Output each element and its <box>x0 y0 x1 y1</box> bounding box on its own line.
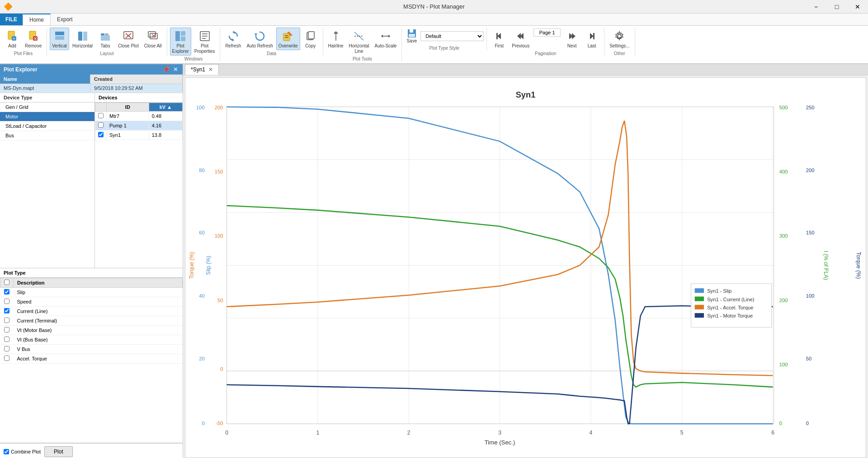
device-check-pump1[interactable] <box>95 121 107 131</box>
remove-button[interactable]: ✕ Remove <box>23 28 44 50</box>
svg-rect-7 <box>55 36 64 40</box>
copy-icon <box>303 29 318 43</box>
file-created-cell: 9/5/2018 10:29:52 AM <box>90 84 183 92</box>
svg-point-52 <box>618 34 621 38</box>
tab-file[interactable]: FILE <box>0 14 23 25</box>
plot-type-vt-bus[interactable]: Vt (Bus Base) <box>0 335 183 344</box>
plot-files-label: Plot Files <box>14 51 33 56</box>
tabs-button[interactable]: Tabs <box>96 28 115 50</box>
device-row-syn1[interactable]: Syn1 13.8 <box>95 131 183 140</box>
auto-refresh-label: Auto Refresh <box>246 43 273 49</box>
device-row-mtr7[interactable]: Mtr7 0.48 <box>95 112 183 121</box>
combine-plot-checkbox[interactable] <box>4 449 9 454</box>
svg-text:150: 150 <box>215 169 223 174</box>
close-all-button[interactable]: Close All <box>142 28 164 50</box>
plot-type-current-terminal[interactable]: Current (Terminal) <box>0 316 183 325</box>
previous-button[interactable]: Previous <box>509 28 532 50</box>
svg-marker-39 <box>381 35 383 37</box>
overwrite-button[interactable]: Overwrite <box>276 28 300 50</box>
panel-pin-button[interactable]: 📌 <box>161 66 170 73</box>
horizontal-line-button[interactable]: HorizontalLine <box>346 28 371 56</box>
horizontal-button[interactable]: Horizontal <box>70 28 95 50</box>
combine-plot-check[interactable]: Combine Plot <box>4 449 41 454</box>
file-created-header: Created <box>90 75 183 84</box>
panel-close-button[interactable]: ✕ <box>172 66 179 73</box>
plot-explorer-button[interactable]: PlotExplorer <box>170 28 191 56</box>
ribbon-group-windows: PlotExplorer PlotProperties Windows <box>167 28 221 61</box>
svg-text:80: 80 <box>199 168 204 173</box>
style-dropdown[interactable]: Default <box>420 31 484 41</box>
device-type-gen-grid[interactable]: Gen / Grid <box>0 103 94 112</box>
svg-rect-102 <box>695 297 704 301</box>
svg-text:0: 0 <box>779 421 782 426</box>
close-plot-button[interactable]: Close Plot <box>116 28 141 50</box>
right-y1-title: I (% of FLA) <box>823 251 829 280</box>
last-button[interactable]: Last <box>582 28 601 50</box>
device-type-motor[interactable]: Motor <box>0 112 94 122</box>
plot-button[interactable]: Plot <box>44 446 73 457</box>
svg-text:200: 200 <box>806 168 815 173</box>
svg-text:0: 0 <box>806 421 809 426</box>
close-button[interactable]: ✕ <box>847 0 868 14</box>
refresh-button[interactable]: Refresh <box>223 28 243 50</box>
svg-text:100: 100 <box>196 105 205 110</box>
previous-label: Previous <box>512 43 529 49</box>
save-style-button[interactable]: Save <box>405 28 419 45</box>
overwrite-icon <box>281 29 295 43</box>
plot-tab-close[interactable]: ✕ <box>208 66 213 73</box>
copy-button[interactable]: Copy <box>301 28 320 50</box>
ribbon-group-plot-tools: Hairline HorizontalLine Auto-Scale Plot … <box>323 28 402 61</box>
device-kv-pump1: 4.16 <box>149 121 182 131</box>
svg-rect-34 <box>308 32 314 39</box>
svg-rect-106 <box>695 313 704 318</box>
file-list-header: Name Created <box>0 75 183 84</box>
plot-type-vt-motor[interactable]: Vt (Motor Base) <box>0 325 183 335</box>
combine-plot-label: Combine Plot <box>11 449 41 454</box>
plot-type-v-bus[interactable]: V Bus <box>0 344 183 354</box>
vertical-button[interactable]: Vertical <box>50 28 69 50</box>
settings-button[interactable]: Settings... <box>607 28 632 50</box>
maximize-button[interactable]: □ <box>826 0 847 14</box>
plot-properties-button[interactable]: PlotProperties <box>192 28 217 56</box>
plot-tab-syn1[interactable]: *Syn1 ✕ <box>185 64 219 75</box>
minimize-button[interactable]: − <box>806 0 826 14</box>
file-name-header: Name <box>0 75 90 84</box>
svg-text:Syn1 - Current (Line): Syn1 - Current (Line) <box>707 297 755 302</box>
svg-text:60: 60 <box>199 230 204 235</box>
devices-col-check <box>95 103 107 112</box>
tab-home[interactable]: Home <box>23 14 51 25</box>
plot-type-speed[interactable]: Speed <box>0 297 183 306</box>
svg-rect-30 <box>283 33 290 41</box>
chart-title: Syn1 <box>516 90 536 99</box>
app-icon: 🔶 <box>4 2 13 11</box>
device-type-bus[interactable]: Bus <box>0 131 94 140</box>
auto-refresh-button[interactable]: Auto Refresh <box>244 28 275 50</box>
svg-rect-51 <box>593 33 594 39</box>
plot-type-current-line[interactable]: Current (Line) <box>0 306 183 316</box>
hairline-button[interactable]: Hairline <box>326 28 346 50</box>
file-list-row[interactable]: MS-Dyn.mapt 9/5/2018 10:29:52 AM <box>0 84 183 93</box>
plot-type-slip[interactable]: Slip <box>0 287 183 297</box>
svg-text:200: 200 <box>215 105 223 110</box>
first-button[interactable]: First <box>490 28 509 50</box>
next-button[interactable]: Next <box>562 28 581 50</box>
plot-properties-label: PlotProperties <box>194 43 215 54</box>
svg-rect-45 <box>496 33 498 39</box>
page-display: Page 1 <box>533 28 561 37</box>
copy-label: Copy <box>305 43 316 49</box>
devices-header: Devices <box>95 93 183 103</box>
svg-text:20: 20 <box>199 356 204 361</box>
auto-scale-button[interactable]: Auto-Scale <box>373 28 399 50</box>
other-label: Other <box>614 51 625 56</box>
plot-type-accel-torque[interactable]: Accel. Torque <box>0 354 183 363</box>
device-check-mtr7[interactable] <box>95 112 107 121</box>
device-type-stload[interactable]: StLoad / Capacitor <box>0 122 94 131</box>
save-label: Save <box>406 38 417 44</box>
svg-rect-53 <box>185 82 866 454</box>
tab-export[interactable]: Export <box>51 14 79 25</box>
left-y2-title: Slip (%) <box>205 256 212 275</box>
device-row-pump1[interactable]: Pump 1 4.16 <box>95 121 183 131</box>
device-check-syn1[interactable] <box>95 131 107 140</box>
device-kv-syn1: 13.8 <box>149 131 182 140</box>
add-button[interactable]: + Add <box>3 28 22 50</box>
